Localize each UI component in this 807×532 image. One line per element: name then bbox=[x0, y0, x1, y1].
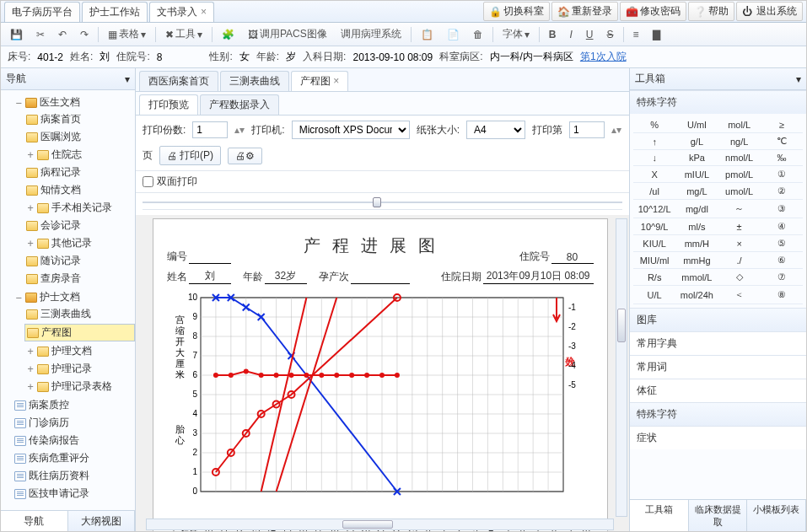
symbol-cell[interactable]: ＜ bbox=[718, 286, 761, 304]
exit-button[interactable]: ⏻退出系统 bbox=[736, 2, 803, 21]
tree-item[interactable]: 病案首页 bbox=[24, 111, 135, 127]
tree-item[interactable]: 查房录音 bbox=[24, 271, 135, 287]
vscrollbar[interactable] bbox=[616, 218, 627, 517]
symbol-cell[interactable]: U/L bbox=[633, 286, 675, 304]
symbol-cell[interactable]: ± bbox=[718, 218, 761, 235]
main-tab-doc-entry[interactable]: 文书录入× bbox=[149, 2, 214, 22]
symbol-cell[interactable]: ↑ bbox=[633, 133, 675, 150]
tree-item[interactable]: 三测表曲线 bbox=[24, 306, 135, 322]
tool-tool[interactable]: ✖ 工具 ▾ bbox=[161, 24, 207, 44]
symbol-cell[interactable]: g/L bbox=[675, 133, 718, 150]
tool-pacs[interactable]: 🖼 调用PACS图像 bbox=[244, 24, 331, 44]
printer-select[interactable]: Microsoft XPS Docum… bbox=[292, 121, 410, 139]
change-password-button[interactable]: 🧰修改密码 bbox=[620, 2, 686, 21]
toolbox-section-symbols[interactable]: 特殊字符 bbox=[630, 90, 806, 114]
tool-table[interactable]: ▦表格 ▾ bbox=[104, 24, 150, 44]
symbol-cell[interactable]: R/s bbox=[633, 269, 675, 286]
tool-color[interactable]: ▇ bbox=[648, 26, 664, 43]
collapse-icon[interactable]: ▾ bbox=[796, 73, 801, 85]
symbol-cell[interactable]: mmHg bbox=[675, 252, 718, 269]
nav-collapse-icon[interactable]: ▾ bbox=[125, 73, 130, 85]
tool-strike[interactable]: S bbox=[602, 26, 617, 43]
center-tab-0[interactable]: 西医病案首页 bbox=[139, 71, 218, 91]
symbol-cell[interactable]: kPa bbox=[675, 150, 718, 166]
tool-font[interactable]: 字体 ▾ bbox=[498, 24, 534, 44]
symbol-cell[interactable]: ① bbox=[761, 166, 803, 183]
symbol-cell[interactable]: ‰ bbox=[761, 150, 803, 166]
symbol-cell[interactable]: ◇ bbox=[718, 269, 761, 286]
symbol-cell[interactable]: nmol/L bbox=[718, 150, 761, 166]
symbol-cell[interactable]: ④ bbox=[761, 218, 803, 235]
hscrollbar[interactable] bbox=[146, 519, 614, 530]
sub-tab-entry[interactable]: 产程数据录入 bbox=[200, 94, 279, 115]
toolbox-section-sign[interactable]: 体征 bbox=[630, 379, 806, 402]
tree-item[interactable]: 病案质控 bbox=[13, 397, 135, 413]
symbol-cell[interactable]: ⑦ bbox=[761, 269, 803, 286]
tool-cut[interactable]: ✂ bbox=[32, 26, 49, 43]
symbol-cell[interactable]: 10^9/L bbox=[633, 218, 675, 235]
tree-item[interactable]: 会诊记录 bbox=[24, 218, 135, 234]
tool-undo[interactable]: ↶ bbox=[54, 26, 71, 43]
symbol-cell[interactable]: ≥ bbox=[761, 117, 803, 133]
symbol-cell[interactable]: KIU/L bbox=[633, 235, 675, 252]
symbol-cell[interactable]: mol/L bbox=[718, 117, 761, 133]
symbol-cell[interactable]: mg/L bbox=[675, 183, 718, 200]
center-tab-1[interactable]: 三测表曲线 bbox=[220, 71, 289, 91]
copies-input[interactable] bbox=[192, 121, 228, 138]
symbol-cell[interactable]: MIU/ml bbox=[633, 252, 675, 269]
tree-doctor-root[interactable]: −医生文档 bbox=[13, 94, 135, 110]
toolbox-section-sym2[interactable]: 特殊字符 bbox=[630, 402, 806, 426]
symbol-cell[interactable]: ～ bbox=[718, 200, 761, 218]
left-tab-outline[interactable]: 大纲视图 bbox=[68, 511, 136, 532]
close-icon[interactable]: × bbox=[201, 6, 207, 18]
tool-pathology[interactable]: 调用病理系统 bbox=[336, 24, 406, 44]
print-settings-button[interactable]: 🖨⚙ bbox=[228, 148, 262, 164]
duplex-checkbox[interactable] bbox=[143, 176, 153, 187]
tree-item[interactable]: 既往病历资料 bbox=[13, 468, 135, 484]
tool-insert[interactable]: 🧩 bbox=[218, 26, 239, 43]
symbol-cell[interactable]: ℃ bbox=[761, 133, 803, 150]
symbol-cell[interactable]: × bbox=[718, 235, 761, 252]
tool-save[interactable]: 💾 bbox=[6, 26, 27, 43]
symbol-cell[interactable]: U/ml bbox=[675, 117, 718, 133]
tool-underline[interactable]: U bbox=[582, 26, 598, 43]
toolbox-section-lib[interactable]: 图库 bbox=[630, 308, 806, 331]
zoom-slider[interactable] bbox=[143, 195, 622, 210]
close-icon[interactable]: × bbox=[333, 75, 339, 87]
tree-item[interactable]: +护理记录表格 bbox=[24, 379, 135, 395]
symbol-cell[interactable]: mm/H bbox=[675, 235, 718, 252]
tool-align[interactable]: ≡ bbox=[629, 26, 643, 43]
tool-redo[interactable]: ↷ bbox=[76, 26, 93, 43]
symbol-cell[interactable]: % bbox=[633, 117, 675, 133]
symbol-cell[interactable]: ./ bbox=[718, 252, 761, 269]
tool-trash[interactable]: 🗑 bbox=[469, 26, 487, 43]
main-tab-emr[interactable]: 电子病历平台 bbox=[4, 2, 80, 22]
symbol-cell[interactable]: ② bbox=[761, 183, 803, 200]
switch-dept-button[interactable]: 🔒切换科室 bbox=[483, 2, 550, 21]
sub-tab-preview[interactable]: 打印预览 bbox=[139, 94, 198, 115]
left-tab-nav[interactable]: 导航 bbox=[1, 511, 68, 532]
center-tab-2[interactable]: 产程图 × bbox=[291, 71, 348, 91]
toolbox-section-word[interactable]: 常用词 bbox=[630, 355, 806, 379]
print-button[interactable]: 🖨打印(P) bbox=[159, 146, 221, 165]
symbol-cell[interactable]: umol/L bbox=[718, 183, 761, 200]
tree-item-selected[interactable]: 产程图 bbox=[24, 324, 135, 341]
tree-item[interactable]: 随访记录 bbox=[24, 253, 135, 269]
tree-item[interactable]: 疾病危重评分 bbox=[13, 450, 135, 466]
tree-item[interactable]: 门诊病历 bbox=[13, 415, 135, 431]
tool-italic[interactable]: I bbox=[565, 26, 576, 43]
tree-item[interactable]: 传染病报告 bbox=[13, 433, 135, 449]
right-tab-clinical[interactable]: 临床数据提取 bbox=[689, 500, 748, 532]
right-tab-toolbox[interactable]: 工具箱 bbox=[630, 500, 689, 532]
symbol-cell[interactable]: ↓ bbox=[633, 150, 675, 166]
symbol-cell[interactable]: mIU/L bbox=[675, 166, 718, 183]
tool-bold[interactable]: B bbox=[545, 26, 561, 43]
toolbox-section-state[interactable]: 症状 bbox=[630, 426, 806, 449]
main-tab-nurse[interactable]: 护士工作站 bbox=[82, 2, 148, 22]
symbol-cell[interactable]: pmol/L bbox=[718, 166, 761, 183]
tree-item[interactable]: +护理记录 bbox=[24, 361, 135, 377]
symbol-cell[interactable]: ③ bbox=[761, 200, 803, 218]
symbol-cell[interactable]: /ul bbox=[633, 183, 675, 200]
symbol-cell[interactable]: mg/dl bbox=[675, 200, 718, 218]
paper-select[interactable]: A4 bbox=[466, 121, 525, 139]
